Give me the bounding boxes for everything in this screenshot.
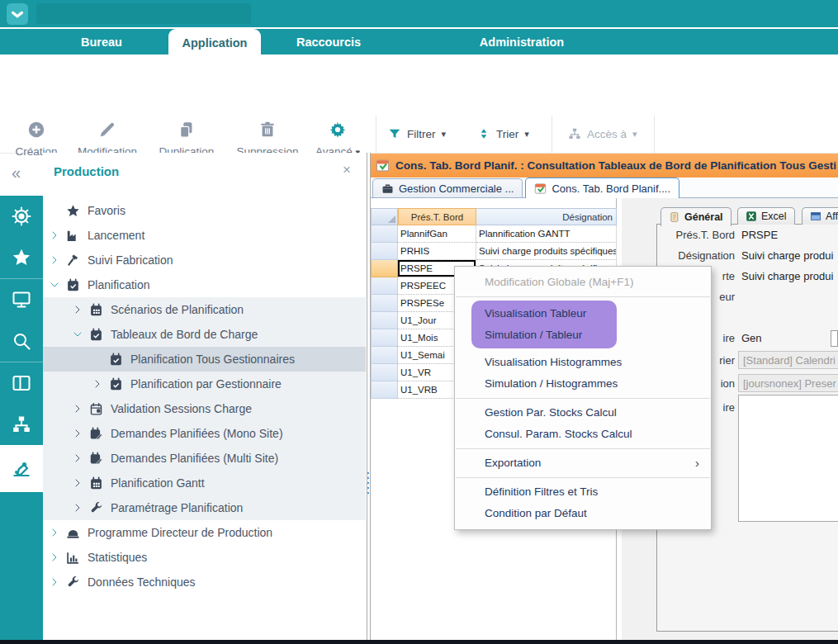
ribbon-tab-administration[interactable]: Administration — [467, 29, 576, 54]
menu-item-simulation-histogrammes[interactable]: Simulation / Histogrammes — [455, 373, 711, 395]
tree-item-planification[interactable]: Planification — [43, 272, 366, 297]
splitter-handle[interactable] — [367, 472, 369, 497]
rail-module-star[interactable] — [0, 237, 43, 278]
detail-field-label: Désignation — [553, 249, 735, 262]
menu-item-visualisation-histogrammes[interactable]: Visualisation Histogrammes — [455, 352, 711, 373]
collapse-sidebar-button[interactable]: « — [12, 163, 21, 182]
grid-corner-cell[interactable] — [371, 208, 398, 225]
row-selector[interactable] — [371, 295, 398, 312]
copy-icon — [178, 121, 196, 139]
calendar-check-icon — [66, 278, 80, 292]
factory-icon — [66, 229, 80, 243]
search-icon — [12, 331, 31, 351]
ribbon-tab-bureau[interactable]: Bureau — [73, 29, 130, 54]
document-title: Cons. Tab. Bord Planif. : Consultation T… — [395, 159, 836, 172]
chevron-right-icon — [50, 552, 59, 562]
rail-module-robot[interactable] — [0, 445, 43, 492]
detail-field-value[interactable] — [738, 395, 838, 522]
ribbon-tab-raccourcis[interactable]: Raccourcis — [289, 29, 368, 54]
tree-item-lancement[interactable]: Lancement — [43, 223, 366, 248]
document-tab-active[interactable]: Cons. Tab. Bord Planif.... — [525, 178, 679, 198]
toolbar-button-accès-à: Accès à▾ — [568, 127, 637, 140]
toolbar-button-trier[interactable]: Trier▾ — [477, 127, 529, 140]
row-selector[interactable] — [371, 312, 398, 329]
tree-item-programme-directeur-de-production[interactable]: Programme Directeur de Production — [43, 520, 366, 545]
star-icon — [66, 204, 80, 218]
tree-item-planification-gantt[interactable]: Planification Gantt — [43, 471, 366, 495]
tree-item-suivi-fabrication[interactable]: Suivi Fabrication — [43, 248, 366, 272]
tree-item-label: Programme Directeur de Production — [88, 526, 272, 539]
menu-item-d-finition-filtres-et-tris[interactable]: Définition Filtres et Tris — [455, 481, 711, 503]
wrench-icon — [66, 575, 80, 590]
row-selector[interactable] — [371, 347, 398, 364]
rail-module-hierarchy[interactable] — [0, 404, 43, 445]
menu-item-visualisation-tableur[interactable]: Visualisation Tableur — [471, 303, 617, 324]
calendar-check-icon — [109, 377, 123, 391]
tree-item-tableaux-de-bord-de-charge[interactable]: Tableaux de Bord de Charge — [43, 322, 366, 347]
row-selector[interactable] — [371, 225, 398, 243]
cell-pres-t-bord[interactable]: PRHIS — [398, 243, 476, 260]
tree-item-label: Planification par Gestionnaire — [130, 377, 282, 391]
tree-item-label: Données Techniques — [88, 575, 196, 589]
rail-module-wheel[interactable] — [0, 196, 43, 237]
grid-header-designation[interactable]: Désignation — [476, 208, 617, 225]
module-rail — [0, 196, 43, 640]
row-selector[interactable] — [371, 277, 398, 295]
detail-tab-général[interactable]: Général — [660, 207, 731, 226]
field-lookup-button[interactable] — [831, 330, 838, 347]
trash-icon — [258, 121, 277, 139]
menu-separator — [456, 477, 710, 478]
row-selector[interactable] — [371, 381, 398, 399]
rail-module-search[interactable] — [0, 320, 43, 362]
tree-item-demandes-planifi-es-multi-site-[interactable]: Demandes Planifiées (Multi Site) — [43, 446, 366, 471]
menu-item-exportation[interactable]: Exportation› — [455, 452, 711, 474]
tree-item-favoris[interactable]: Favoris — [43, 198, 366, 223]
grid-header-pres-t-bord[interactable]: Prés.T. Bord — [398, 208, 476, 225]
chevron-right-icon — [73, 429, 83, 438]
row-selector[interactable] — [371, 364, 398, 381]
detail-field-value: Suivi charge produi — [741, 270, 833, 282]
tree-item-param-trage-planification[interactable]: Paramétrage Planification — [43, 495, 366, 520]
menu-highlight-group: Visualisation TableurSimulation / Tableu… — [471, 301, 617, 348]
tree-item-donn-es-techniques[interactable]: Données Techniques — [43, 570, 366, 594]
window-bottom-edge — [0, 640, 838, 644]
rail-module-columns[interactable] — [0, 362, 43, 404]
app-logo-icon[interactable] — [7, 3, 28, 25]
tree-item-planification-par-gestionnaire[interactable]: Planification par Gestionnaire — [43, 372, 366, 396]
hierarchy-icon — [568, 127, 581, 140]
calendar-icon — [89, 402, 103, 416]
chevron-right-icon — [50, 577, 59, 587]
row-selector[interactable] — [371, 260, 398, 277]
tree-item-label: Demandes Planifiées (Multi Site) — [111, 452, 278, 465]
detail-field-value[interactable]: [joursnonex] Preser — [738, 374, 838, 392]
tree-item-validation-sessions-charge[interactable]: Validation Sessions Charge — [43, 396, 366, 421]
ribbon-tab-application[interactable]: Application — [168, 29, 261, 56]
detail-field-value[interactable]: [Standard] Calendri — [738, 351, 838, 369]
rail-module-monitor[interactable] — [0, 278, 43, 320]
cell-pres-t-bord[interactable]: PlannifGan — [398, 225, 476, 243]
toolbar-button-filtrer[interactable]: Filtrer▾ — [388, 127, 446, 140]
menu-separator — [456, 448, 710, 449]
tree-item-demandes-planifi-es-mono-site-[interactable]: Demandes Planifiées (Mono Site) — [43, 421, 366, 446]
menu-item-simulation-tableur[interactable]: Simulation / Tableur — [471, 324, 617, 346]
menu-item-condition-par-d-faut[interactable]: Condition par Défaut — [455, 503, 711, 524]
row-selector[interactable] — [371, 329, 398, 347]
star-icon — [12, 248, 31, 268]
tree-item-planification-tous-gestionnaires[interactable]: Planification Tous Gestionnaires — [43, 347, 366, 372]
detail-tab-excel[interactable]: Excel — [737, 207, 795, 225]
menu-item-gestion-par-stocks-calcul[interactable]: Gestion Par. Stocks Calcul — [455, 402, 711, 424]
submenu-arrow-icon: › — [695, 452, 699, 474]
tree-item-statistiques[interactable]: Statistiques — [43, 545, 366, 570]
menu-item-consul-param-stocks-calcul[interactable]: Consul. Param. Stocks Calcul — [455, 424, 711, 445]
tree-item-label: Scénarios de Planification — [111, 303, 244, 316]
document-tab-inactive[interactable]: Gestion Commerciale ... — [372, 178, 523, 197]
detail-tab-affich[interactable]: Affich — [802, 207, 838, 225]
tree-close-button[interactable]: × — [343, 162, 351, 178]
dropdown-caret-icon: ▾ — [524, 130, 529, 139]
tree-item-label: Statistiques — [88, 551, 147, 564]
note-icon — [669, 211, 680, 223]
tree-item-sc-narios-de-planification[interactable]: Scénarios de Planification — [43, 297, 366, 322]
row-selector[interactable] — [371, 243, 398, 260]
plus-circle-icon — [27, 121, 45, 139]
winlogo-icon — [534, 182, 547, 195]
